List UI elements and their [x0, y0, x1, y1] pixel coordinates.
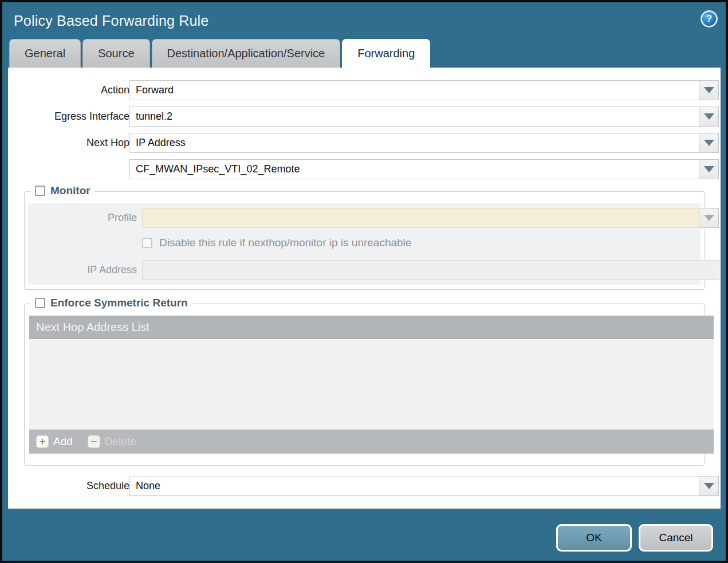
schedule-label: Schedule: [8, 476, 129, 496]
cancel-button[interactable]: Cancel: [639, 524, 713, 552]
next-hop-address-list-body[interactable]: [29, 339, 714, 430]
action-label: Action: [8, 80, 129, 100]
tab-general[interactable]: General: [9, 39, 81, 68]
monitor-ip-address-label: IP Address: [28, 260, 137, 280]
next-hop-dropdown-button[interactable]: [699, 133, 719, 153]
tab-destination-application-service[interactable]: Destination/Application/Service: [152, 39, 341, 68]
add-button[interactable]: + Add: [36, 435, 73, 448]
action-value[interactable]: Forward: [129, 80, 699, 100]
next-hop-address-dropdown-button[interactable]: [699, 159, 719, 179]
dialog-title: Policy Based Forwarding Rule: [14, 13, 208, 29]
chevron-down-icon: [704, 113, 714, 120]
monitor-legend: Monitor: [30, 184, 95, 197]
add-button-label: Add: [53, 435, 73, 448]
egress-interface-dropdown-button[interactable]: [699, 107, 719, 127]
next-hop-address-value[interactable]: CF_MWAN_IPsec_VTI_02_Remote: [129, 159, 699, 179]
forwarding-tab-panel: Action Forward Egress Interface tunnel.2…: [8, 68, 721, 509]
disable-rule-label: Disable this rule if nexthop/monitor ip …: [159, 237, 411, 249]
delete-button: − Delete: [88, 435, 136, 448]
chevron-down-icon: [704, 215, 714, 221]
egress-interface-value[interactable]: tunnel.2: [129, 107, 699, 127]
egress-interface-field: tunnel.2: [129, 107, 719, 127]
next-hop-address-list-toolbar: + Add − Delete: [29, 430, 714, 454]
delete-button-label: Delete: [105, 435, 136, 448]
schedule-dropdown-button[interactable]: [699, 476, 719, 496]
action-field: Forward: [129, 80, 719, 100]
action-dropdown-button[interactable]: [699, 80, 719, 100]
next-hop-address-field: CF_MWAN_IPsec_VTI_02_Remote: [129, 159, 719, 179]
monitor-checkbox[interactable]: [35, 186, 45, 196]
chevron-down-icon: [704, 483, 714, 489]
ok-button[interactable]: OK: [556, 524, 632, 552]
monitor-legend-label: Monitor: [50, 184, 90, 197]
profile-label: Profile: [28, 208, 137, 228]
symmetric-return-legend-label: Enforce Symmetric Return: [50, 297, 188, 309]
minus-icon: −: [88, 435, 100, 448]
chevron-down-icon: [704, 87, 714, 93]
titlebar: Policy Based Forwarding Rule ?: [2, 2, 726, 39]
symmetric-return-legend: Enforce Symmetric Return: [30, 297, 192, 309]
next-hop-type-value[interactable]: IP Address: [129, 133, 699, 153]
next-hop-address-list-header: Next Hop Address List: [29, 316, 714, 339]
plus-icon: +: [36, 435, 49, 448]
chevron-down-icon: [704, 166, 714, 172]
tab-source[interactable]: Source: [82, 39, 149, 68]
pbf-rule-dialog: Policy Based Forwarding Rule ? General S…: [0, 0, 728, 563]
tab-bar: General Source Destination/Application/S…: [9, 39, 726, 68]
profile-field: [142, 208, 719, 228]
disable-rule-checkbox: [142, 238, 152, 248]
monitor-panel: Profile Disable this rule if nexthop/mon…: [28, 203, 701, 285]
profile-value: [142, 208, 699, 228]
help-icon[interactable]: ?: [701, 10, 718, 27]
schedule-value[interactable]: None: [129, 476, 699, 496]
profile-dropdown-button: [699, 208, 719, 228]
monitor-groupbox: Monitor Profile Disable this rule if nex…: [24, 191, 705, 290]
schedule-field: None: [129, 476, 719, 496]
chevron-down-icon: [704, 140, 714, 146]
monitor-ip-address-input: [142, 260, 719, 280]
next-hop-label: Next Hop: [8, 133, 129, 153]
disable-rule-row: Disable this rule if nexthop/monitor ip …: [142, 235, 411, 250]
next-hop-address-table: Next Hop Address List + Add − Delete: [29, 316, 714, 454]
egress-interface-label: Egress Interface: [8, 107, 129, 127]
tab-forwarding[interactable]: Forwarding: [342, 39, 430, 68]
symmetric-return-checkbox[interactable]: [35, 298, 45, 308]
symmetric-return-groupbox: Enforce Symmetric Return Next Hop Addres…: [24, 304, 705, 466]
next-hop-type-field: IP Address: [129, 133, 719, 153]
